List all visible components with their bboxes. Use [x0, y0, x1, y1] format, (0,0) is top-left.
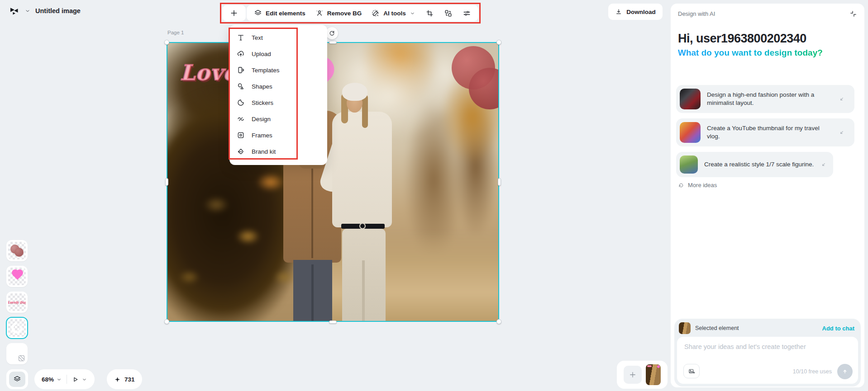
layers-panel-button[interactable] [6, 369, 28, 389]
chat-input[interactable] [684, 343, 847, 350]
insert-arrow-icon [820, 161, 827, 168]
templates-icon [237, 66, 245, 74]
layer-thumb-circle-selected[interactable] [6, 317, 28, 339]
zoom-level-button[interactable]: 68% [42, 376, 62, 383]
stickers-icon [237, 99, 245, 107]
fashion-thumbnail [680, 89, 701, 109]
preview-button[interactable] [72, 376, 87, 383]
document-title[interactable]: Untitled image [35, 7, 81, 14]
credits-button[interactable]: 731 [107, 369, 142, 389]
send-button[interactable] [837, 364, 853, 379]
chevron-down-icon [410, 10, 415, 16]
layer-thumb-text[interactable]: Lovely Day [6, 292, 28, 313]
refresh-icon [678, 182, 684, 188]
collapse-panel-button[interactable] [849, 10, 857, 18]
resize-handle-left[interactable] [165, 178, 168, 186]
ai-greeting: Hi, user1963800202340 [678, 32, 806, 46]
menu-item-templates[interactable]: Templates [229, 62, 327, 78]
document-header: Untitled image [8, 5, 81, 16]
toolbar: Edit elements Remove BG AI tools [247, 5, 478, 21]
crop-button[interactable] [425, 9, 434, 18]
ai-tools-button[interactable]: AI tools [372, 9, 415, 17]
layer-thumb-background[interactable] [6, 343, 28, 364]
play-icon [72, 376, 79, 383]
layer-thumb-heart[interactable]: .layer-tile .heart::before,.layer-tile .… [6, 266, 28, 287]
person-icon [315, 9, 324, 17]
page-navigator [617, 361, 668, 389]
adjust-button[interactable] [463, 9, 471, 18]
download-label: Download [626, 9, 656, 15]
layer-text-preview: Lovely Day [8, 293, 26, 311]
page-label: Page 1 [167, 30, 184, 35]
resize-handle-top-right[interactable] [496, 40, 501, 45]
chevron-down-icon [56, 377, 62, 382]
menu-item-text[interactable]: Text [229, 29, 327, 46]
resize-handle-right[interactable] [498, 178, 501, 186]
menu-item-brand-kit[interactable]: Brand kit [229, 143, 327, 160]
menu-item-upload[interactable]: Upload [229, 46, 327, 62]
layer-thumb-balloons[interactable] [6, 240, 28, 261]
capcut-logo-icon[interactable] [8, 5, 20, 16]
remove-bg-button[interactable]: Remove BG [315, 9, 362, 17]
menu-item-label: Shapes [252, 83, 272, 90]
toolbar-annotation-box: Edit elements Remove BG AI tools [220, 3, 481, 24]
resize-handle-bottom-right[interactable] [496, 319, 501, 324]
magic-pen-icon [372, 9, 380, 17]
menu-item-frames[interactable]: Frames [229, 127, 327, 143]
menu-item-label: Design [252, 116, 271, 122]
remove-bg-label: Remove BG [327, 10, 362, 17]
ai-chat-box: Selected element Add to chat 10/10 free … [674, 319, 861, 386]
resize-handle-top-left[interactable] [164, 40, 169, 45]
edit-elements-button[interactable]: Edit elements [254, 9, 305, 17]
adjust-icon [463, 9, 471, 18]
collapse-icon [849, 10, 857, 18]
suggestion-text: Create a YouTube thumbnail for my travel… [707, 124, 832, 141]
ai-subtitle: What do you want to design today? [678, 48, 823, 58]
page-thumbnail[interactable] [646, 364, 661, 385]
more-ideas-button[interactable]: More ideas [678, 182, 717, 188]
menu-item-stickers[interactable]: Stickers [229, 94, 327, 111]
suggestion-card-figurine[interactable]: Create a realistic style 1/7 scale figur… [676, 152, 833, 177]
travel-thumbnail [680, 122, 701, 143]
transparency-icon [19, 355, 24, 361]
download-button[interactable]: Download [608, 4, 663, 20]
more-ideas-label: More ideas [688, 182, 717, 188]
design-canvas[interactable]: Lovely Day [167, 42, 499, 322]
suggestion-card-travel[interactable]: Create a YouTube thumbnail for my travel… [676, 118, 854, 146]
image-add-icon [688, 367, 696, 375]
resize-handle-bottom-left[interactable] [164, 319, 169, 324]
rotate-handle[interactable] [326, 27, 338, 39]
insert-button[interactable] [222, 5, 246, 21]
free-uses-label: 10/10 free uses [793, 368, 832, 375]
resize-handle-bottom[interactable] [329, 320, 337, 324]
plus-icon [229, 9, 238, 18]
menu-item-label: Brand kit [252, 148, 276, 155]
brand-kit-icon [237, 147, 245, 155]
crop-icon [425, 9, 434, 18]
add-to-chat-button[interactable]: Add to chat [822, 325, 855, 332]
menu-item-design[interactable]: Design [229, 111, 327, 127]
insert-arrow-icon [838, 129, 845, 136]
add-page-button[interactable] [624, 366, 642, 384]
design-icon [237, 115, 245, 123]
rotate-icon [329, 30, 335, 37]
chevron-down-icon [81, 377, 87, 382]
panel-title: Design with AI [678, 10, 715, 17]
suggestion-text: Design a high-end fashion poster with a … [707, 91, 832, 107]
resize-handle-top[interactable] [329, 41, 337, 44]
attach-image-button[interactable] [683, 364, 700, 378]
cyclist-thumbnail [680, 155, 698, 174]
layers-icon [254, 9, 262, 17]
arrow-up-icon [841, 368, 849, 375]
suggestion-card-fashion[interactable]: Design a high-end fashion poster with a … [676, 85, 854, 113]
zoom-level-value: 68% [42, 376, 54, 383]
menu-item-label: Frames [252, 132, 272, 139]
replace-button[interactable] [444, 9, 453, 18]
upload-icon [237, 50, 245, 58]
selected-element-label: Selected element [695, 325, 818, 331]
layers-icon [13, 375, 21, 383]
menu-item-shapes[interactable]: Shapes [229, 78, 327, 94]
workspace-chevron-icon[interactable] [24, 8, 31, 14]
capcut-editor: Untitled image Edit elements Remove BG A… [0, 0, 868, 391]
credits-value: 731 [124, 376, 135, 383]
